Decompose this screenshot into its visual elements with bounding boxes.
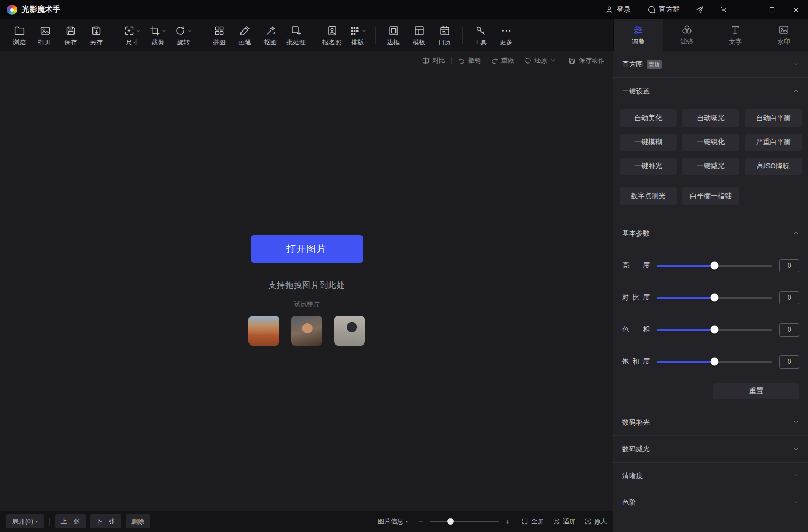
toolbar-save-as-button[interactable]: 另存: [83, 21, 109, 50]
app-logo-icon: [7, 5, 17, 15]
fit-screen-button[interactable]: 适屏: [553, 517, 576, 526]
delete-image-button[interactable]: 删除: [126, 514, 150, 528]
auto-beautify-button[interactable]: 自动美化: [620, 109, 677, 127]
close-button[interactable]: [784, 0, 808, 19]
reset-button[interactable]: 重置: [713, 383, 799, 399]
toolbar-rotate-label: 旋转: [177, 39, 190, 45]
toolbar-cutout-icon-row: [265, 25, 276, 37]
minimize-button[interactable]: [736, 0, 760, 19]
toolbar-crop-button[interactable]: 裁剪: [145, 21, 170, 50]
toolbar-browse-button[interactable]: 浏览: [6, 21, 32, 50]
one-key-fill-light-button[interactable]: 一键补光: [620, 158, 677, 175]
contrast-value-input[interactable]: 0: [779, 291, 799, 304]
sample-portrait[interactable]: [291, 316, 322, 346]
hue-value-input[interactable]: 0: [779, 323, 799, 337]
save-icon: [65, 25, 76, 36]
toolbar-brush-button[interactable]: 画笔: [232, 21, 258, 50]
brush-icon: [239, 25, 251, 36]
severe-white-balance-button[interactable]: 严重白平衡: [745, 134, 802, 151]
brightness-slider[interactable]: [657, 265, 772, 267]
hue-slider[interactable]: [657, 329, 772, 331]
digital-spot-metering-button[interactable]: 数字点测光: [620, 187, 677, 205]
titlebar-right: 登录 官方群: [597, 0, 808, 19]
white-balance-one-key-button[interactable]: 白平衡一指键: [682, 187, 739, 205]
expand-button[interactable]: 展开(0) ▾: [6, 514, 44, 528]
toolbar-template-button[interactable]: 模板: [406, 21, 432, 50]
fullscreen-icon: [521, 518, 529, 525]
one-key-settings-section-header[interactable]: 一键设置: [613, 78, 808, 104]
settings-button[interactable]: [712, 0, 736, 19]
share-icon: [696, 6, 704, 14]
toolbar-batch-button[interactable]: 批处理: [283, 21, 309, 50]
auto-white-balance-button[interactable]: 自动白平衡: [745, 109, 802, 127]
toolbar-collage-button[interactable]: 拼图: [206, 21, 232, 50]
image-info-toggle[interactable]: 图片信息 ▾: [378, 517, 408, 526]
clarity-section-header[interactable]: 清晰度: [613, 463, 808, 489]
zoom-in-button[interactable]: +: [504, 518, 511, 526]
save-action-button[interactable]: 保存动作: [563, 51, 609, 69]
next-image-button[interactable]: 下一张: [90, 514, 121, 528]
contrast-slider[interactable]: [657, 297, 772, 299]
basic-params-section-header[interactable]: 基本参数: [613, 220, 808, 246]
toolbar-open-button[interactable]: 打开: [32, 21, 58, 50]
toolbar-layout-button[interactable]: 排版: [345, 21, 370, 50]
action-bar-separator: [562, 57, 562, 64]
undo-button[interactable]: 撤销: [453, 51, 486, 69]
digital-fill-light-section-header[interactable]: 数码补光: [613, 409, 808, 435]
samples-label: 试试样片: [294, 300, 320, 309]
toolbar-cutout-button[interactable]: 抠图: [258, 21, 283, 50]
toolbar-calendar-button[interactable]: 日历: [432, 21, 457, 50]
toolbar-id-photo-button[interactable]: 报名照: [319, 21, 345, 50]
official-group-button[interactable]: 官方群: [639, 0, 688, 19]
tab-adjust[interactable]: 调整: [614, 19, 663, 51]
saturation-value-input[interactable]: 0: [779, 355, 799, 369]
zoom-slider-thumb[interactable]: [447, 518, 454, 525]
toolbar-save-button[interactable]: 保存: [58, 21, 83, 50]
levels-section-header[interactable]: 色阶: [613, 489, 808, 515]
zoom-controls: − +: [417, 518, 511, 526]
histogram-section-header[interactable]: 直方图 置顶: [613, 51, 808, 77]
share-button[interactable]: [688, 0, 712, 19]
tab-filter[interactable]: 滤镜: [663, 19, 711, 51]
maximize-button[interactable]: [760, 0, 784, 19]
toolbar-more-button[interactable]: 更多: [493, 21, 519, 50]
toolbar-resize-button[interactable]: 尺寸: [119, 21, 145, 50]
sample-desert-road[interactable]: [248, 316, 279, 346]
contrast-slider-thumb[interactable]: [711, 294, 719, 302]
pin-top-badge[interactable]: 置顶: [647, 60, 662, 69]
redo-icon: [491, 57, 499, 65]
auto-exposure-button[interactable]: 自动曝光: [682, 109, 739, 127]
tab-watermark[interactable]: 水印: [759, 19, 808, 51]
brightness-value-input[interactable]: 0: [779, 259, 799, 272]
one-key-sharpen-button[interactable]: 一键锐化: [682, 134, 739, 151]
toolbar-rotate-button[interactable]: 旋转: [170, 21, 196, 50]
fullscreen-button[interactable]: 全屏: [521, 517, 544, 526]
toolbar-browse-icon-row: [14, 25, 25, 37]
sample-desk-flatlay[interactable]: [334, 316, 365, 346]
canvas-drop-zone[interactable]: 打开图片 支持拖拽图片到此处 试试样片: [0, 69, 613, 511]
one-key-dim-light-button[interactable]: 一键减光: [682, 158, 739, 175]
redo-button[interactable]: 重做: [486, 51, 519, 69]
hue-slider-thumb[interactable]: [711, 326, 719, 334]
open-image-button[interactable]: 打开图片: [251, 235, 363, 263]
basic-params-title: 基本参数: [622, 229, 650, 238]
zoom-slider[interactable]: [430, 521, 499, 522]
saturation-slider[interactable]: [657, 361, 772, 363]
original-size-button[interactable]: 原大: [584, 517, 607, 526]
brightness-slider-thumb[interactable]: [711, 262, 719, 270]
restore-button[interactable]: 还原: [519, 51, 561, 69]
toolbar-group-separator: [462, 27, 463, 44]
side-panel: 直方图 置顶 一键设置 自动美化自动曝光自动白平衡一键模糊一键锐化严重白平衡一键…: [613, 51, 808, 532]
compare-button[interactable]: 对比: [417, 51, 450, 69]
toolbar-frame-button[interactable]: 边框: [380, 21, 406, 50]
prev-image-button[interactable]: 上一张: [55, 514, 86, 528]
toolbar-tools-button[interactable]: 工具: [468, 21, 493, 50]
high-iso-denoise-button[interactable]: 高ISO降噪: [745, 158, 802, 175]
zoom-out-button[interactable]: −: [417, 518, 425, 526]
digital-dim-light-section-header[interactable]: 数码减光: [613, 436, 808, 462]
toolbar-layout-icon-row: [349, 25, 367, 37]
tab-text[interactable]: 文字: [711, 19, 760, 51]
one-key-blur-button[interactable]: 一键模糊: [620, 134, 677, 151]
saturation-slider-thumb[interactable]: [711, 358, 719, 366]
login-button[interactable]: 登录: [597, 0, 639, 19]
